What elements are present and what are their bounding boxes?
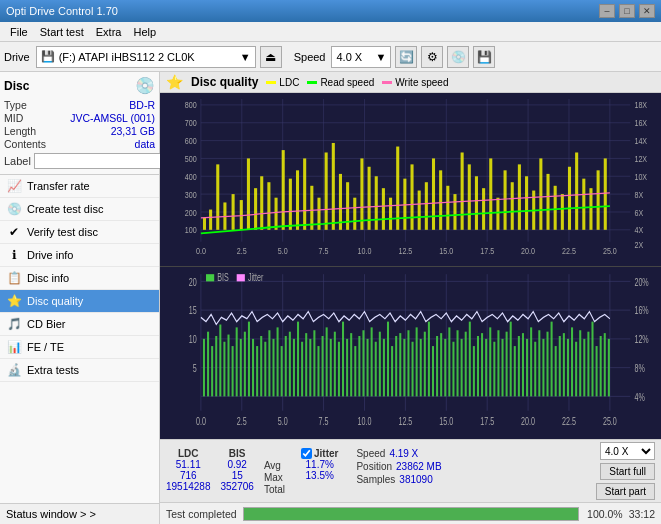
svg-text:18X: 18X [634, 101, 647, 111]
svg-rect-150 [219, 324, 221, 396]
menu-file[interactable]: File [4, 25, 34, 39]
svg-text:12%: 12% [634, 333, 649, 345]
drive-selector[interactable]: 💾 (F:) ATAPI iHBS112 2 CL0K ▼ [36, 46, 256, 68]
create-test-disc-icon: 💿 [6, 202, 22, 216]
svg-rect-144 [237, 274, 245, 281]
svg-rect-181 [346, 338, 348, 396]
svg-rect-231 [551, 321, 553, 396]
menu-start-test[interactable]: Start test [34, 25, 90, 39]
save-button[interactable]: 💾 [473, 46, 495, 68]
svg-rect-104 [604, 158, 607, 229]
svg-text:500: 500 [185, 154, 197, 164]
disc-quality-icon: ⭐ [6, 294, 22, 308]
svg-rect-57 [267, 182, 270, 230]
close-button[interactable]: ✕ [639, 4, 655, 18]
samples-row: Samples 381090 [356, 474, 441, 485]
svg-rect-220 [506, 331, 508, 396]
refresh-button[interactable]: 🔄 [395, 46, 417, 68]
write-speed-label: Write speed [395, 77, 448, 88]
nav-verify-test-disc-label: Verify test disc [27, 226, 98, 238]
jitter-checkbox[interactable] [301, 448, 312, 459]
nav-verify-test-disc[interactable]: ✔ Verify test disc [0, 221, 159, 244]
settings-button[interactable]: ⚙ [421, 46, 443, 68]
ldc-color-swatch [266, 81, 276, 84]
minimize-button[interactable]: – [599, 4, 615, 18]
nav-disc-quality[interactable]: ⭐ Disc quality [0, 290, 159, 313]
svg-rect-216 [489, 327, 491, 396]
disc-length-val: 23,31 GB [111, 125, 155, 137]
legend-ldc: LDC [266, 77, 299, 88]
jitter-header: Jitter [301, 448, 338, 459]
nav-fe-te-label: FE / TE [27, 341, 64, 353]
nav-extra-tests[interactable]: 🔬 Extra tests [0, 359, 159, 382]
svg-rect-218 [497, 330, 499, 396]
action-section: 4.0 X 2.0 X 8.0 X Start full Start part [596, 442, 655, 500]
title-bar: Opti Drive Control 1.70 – □ ✕ [0, 0, 661, 22]
start-full-button[interactable]: Start full [600, 463, 655, 480]
svg-rect-146 [203, 338, 205, 396]
svg-rect-49 [209, 210, 212, 230]
svg-rect-213 [477, 336, 479, 396]
progress-bar-outer [243, 507, 579, 521]
svg-rect-185 [362, 330, 364, 396]
svg-rect-164 [277, 327, 279, 396]
svg-rect-228 [538, 330, 540, 396]
svg-rect-243 [600, 336, 602, 396]
start-part-button[interactable]: Start part [596, 483, 655, 500]
svg-text:12.5: 12.5 [398, 415, 412, 427]
status-window-label: Status window > > [6, 508, 96, 520]
maximize-button[interactable]: □ [619, 4, 635, 18]
svg-rect-238 [579, 330, 581, 396]
svg-rect-222 [514, 346, 516, 396]
speed-value: 4.0 X [336, 51, 362, 63]
svg-text:700: 700 [185, 119, 197, 129]
svg-rect-91 [511, 182, 514, 230]
svg-rect-183 [354, 346, 356, 396]
nav-extra-tests-label: Extra tests [27, 364, 79, 376]
disc-label-input[interactable] [34, 153, 167, 169]
menu-extra[interactable]: Extra [90, 25, 128, 39]
svg-rect-160 [260, 336, 262, 396]
svg-text:10.0: 10.0 [358, 415, 372, 427]
svg-rect-169 [297, 321, 299, 396]
menu-help[interactable]: Help [127, 25, 162, 39]
svg-rect-60 [289, 179, 292, 230]
svg-text:12X: 12X [634, 154, 647, 164]
svg-rect-245 [608, 338, 610, 396]
stats-bis-col: BIS 0.92 15 352706 [221, 448, 254, 492]
svg-text:6X: 6X [634, 208, 643, 218]
nav-fe-te[interactable]: 📊 FE / TE [0, 336, 159, 359]
eject-button[interactable]: ⏏ [260, 46, 282, 68]
bis-max: 15 [232, 470, 243, 481]
svg-text:600: 600 [185, 137, 197, 147]
svg-rect-69 [353, 198, 356, 230]
nav-cd-bier[interactable]: 🎵 CD Bier [0, 313, 159, 336]
svg-rect-239 [583, 338, 585, 396]
avg-label: Avg [264, 460, 285, 471]
svg-rect-200 [424, 331, 426, 396]
svg-rect-156 [244, 331, 246, 396]
svg-rect-166 [285, 336, 287, 396]
samples-key: Samples [356, 474, 395, 485]
svg-rect-176 [326, 327, 328, 396]
ldc-max: 716 [180, 470, 197, 481]
app-title: Opti Drive Control 1.70 [6, 5, 118, 17]
speed-selector[interactable]: 4.0 X ▼ [331, 46, 391, 68]
nav-drive-info[interactable]: ℹ Drive info [0, 244, 159, 267]
svg-rect-198 [416, 327, 418, 396]
nav-disc-info[interactable]: 📋 Disc info [0, 267, 159, 290]
disc-contents-row: Contents data [4, 138, 155, 150]
nav-create-test-disc[interactable]: 💿 Create test disc [0, 198, 159, 221]
right-panel: ⭐ Disc quality LDC Read speed Write spee… [160, 72, 661, 524]
svg-rect-99 [568, 167, 571, 230]
status-window-button[interactable]: Status window > > [0, 503, 159, 524]
speed-dropdown-selector[interactable]: 4.0 X 2.0 X 8.0 X [600, 442, 655, 460]
svg-rect-70 [360, 158, 363, 229]
svg-rect-90 [504, 170, 507, 229]
svg-rect-197 [412, 341, 414, 396]
position-row: Position 23862 MB [356, 461, 441, 472]
svg-text:2X: 2X [634, 240, 643, 250]
nav-transfer-rate[interactable]: 📈 Transfer rate [0, 175, 159, 198]
disc-button[interactable]: 💿 [447, 46, 469, 68]
upper-chart: 800 700 600 500 400 300 200 100 18X 16X … [160, 93, 661, 267]
